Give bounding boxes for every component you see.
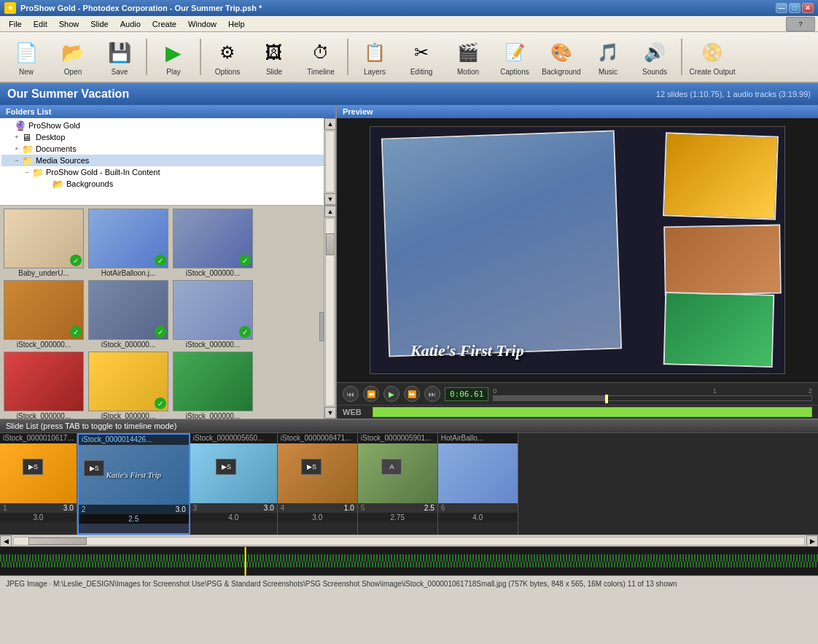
tree-item-proshow-label: ProShow Gold [28,121,80,130]
toolbar-sounds-button[interactable]: 🔊 Sounds [633,34,677,79]
menu-slide[interactable]: Slide [85,18,114,30]
slide-timeline: iStock_0000010617... ▶S 1 3.0 3.0 iStock… [0,432,818,535]
toolbar-background-button[interactable]: 🎨 Background [540,34,583,79]
slide-dur-6: 4.0 [438,513,518,522]
slide-hscrollbar[interactable]: ◀ ▶ [0,535,818,546]
toolbar-play-button[interactable]: ▶ Play [152,34,195,79]
tree-item-proshow[interactable]: 🔮 ProShow Gold [1,120,334,131]
audio-track [0,546,818,575]
check-icon-8: ✓ [155,397,166,409]
toolbar-layers-button[interactable]: 📋 Layers [353,34,397,79]
tree-item-desktop-label: Desktop [36,133,65,141]
thumb-item-4[interactable]: ✓ iStock_000000... [3,280,85,349]
timeline-handle[interactable] [605,395,608,403]
scroll-down-arrow[interactable]: ▼ [324,193,335,205]
slide-trans-dur-1: 3.0 [63,504,74,512]
hscroll-left-arrow[interactable]: ◀ [0,535,12,547]
slide-item-1[interactable]: iStock_0000010617... ▶S 1 3.0 3.0 [0,433,77,535]
tree-item-builtin[interactable]: − 📁 ProShow Gold - Built-In Content [1,166,334,178]
slide-footer-3: 3 3.0 [190,503,277,513]
help-icon[interactable]: ? [786,17,815,31]
thumb-scroll-up[interactable]: ▲ [324,206,335,217]
backgrounds-icon: 📂 [52,179,64,189]
create-output-icon: 📀 [698,38,727,67]
slide-name-5: iStock_0000005901... [358,433,437,443]
slide-number-3: 3 [193,504,198,512]
slide-trans-dur-5: 2.5 [424,504,435,512]
slide-item-4[interactable]: iStock_0000008471... ▶S 4 1.0 3.0 [278,433,358,535]
folders-vscrollbar[interactable]: ▲ ▼ [324,118,335,205]
trans-icon-5: A [381,459,402,475]
expand-icon-builtin: − [22,168,32,176]
expand-icon-desktop: + [12,133,22,141]
thumb-scroll-down[interactable]: ▼ [324,407,335,419]
tree-item-desktop[interactable]: + 🖥 Desktop [1,131,334,143]
forward-button[interactable]: ⏩ [404,386,420,402]
back-button[interactable]: ⏪ [363,386,379,402]
menu-audio[interactable]: Audio [114,18,147,30]
menu-help[interactable]: Help [222,18,251,30]
motion-icon: 🎬 [453,38,483,67]
thumb-item-9[interactable]: iStock_000000... [172,352,254,419]
toolbar-captions-label: Captions [500,68,529,76]
slide-thumb-5: A [358,443,437,503]
toolbar-timeline-button[interactable]: ⏱ Timeline [299,34,343,79]
slide-item-2[interactable]: iStock_0000014426... Katie's First Trip … [77,433,190,535]
slide-item-6[interactable]: HotAirBallo... 6 4.0 [438,433,518,535]
toolbar-save-button[interactable]: 💾 Save [98,34,141,79]
menu-show[interactable]: Show [53,18,85,30]
tree-item-documents[interactable]: + 📁 Documents [1,143,334,155]
rewind-button[interactable]: ⏮ [343,386,359,402]
toolbar-options-button[interactable]: ⚙ Options [206,34,249,79]
minimize-button[interactable]: — [776,3,787,13]
slide-number-4: 4 [281,504,285,512]
thumb-item-8[interactable]: ✓ iStock_000000... [87,352,169,419]
toolbar-create-output-button[interactable]: 📀 Create Output [687,34,738,79]
toolbar-motion-button[interactable]: 🎬 Motion [446,34,490,79]
slide-item-5[interactable]: iStock_0000005901... A 5 2.5 2.75 [358,433,438,535]
thumb-label-9: iStock_000000... [173,412,253,419]
menu-file[interactable]: File [3,18,28,30]
thumb-item-2[interactable]: ✓ HotAirBalloon.j... [87,209,169,277]
scroll-up-arrow[interactable]: ▲ [324,118,335,130]
thumb-item-6[interactable]: ✓ iStock_000000... [172,280,254,349]
trans-icon-1: ▶S [23,459,43,475]
slide-name-2: iStock_0000014426... [79,435,189,445]
end-button[interactable]: ⏭ [424,386,440,402]
save-icon: 💾 [105,38,134,67]
slide-item-3[interactable]: iStock_0000005650... ▶S 3 3.0 4.0 [190,433,278,535]
timeline-icon: ⏱ [306,38,335,67]
thumb-item-5[interactable]: ✓ iStock_000000... [87,280,169,349]
slide-thumb-1: ▶S [0,443,77,503]
menu-window[interactable]: Window [182,18,222,30]
slide-thumb-6 [438,443,518,503]
thumb-item-7[interactable]: iStock_000000... [3,352,85,419]
thumb-item-3[interactable]: ✓ iStock_000000... [172,209,254,277]
maximize-button[interactable]: □ [789,3,801,13]
thumb-img-4: ✓ [4,280,84,340]
toolbar-editing-button[interactable]: ✂ Editing [400,34,443,79]
playback-bar: ⏮ ⏪ ▶ ⏩ ⏭ 0:06.61 0 2 1 [337,382,818,405]
toolbar-music-button[interactable]: 🎵 Music [586,34,630,79]
toolbar-open-button[interactable]: 📂 Open [51,34,95,79]
hscroll-right-arrow[interactable]: ▶ [806,535,818,547]
toolbar-create-output-label: Create Output [690,68,736,76]
timeline-marker-1: 1 [713,387,717,395]
resize-handle[interactable] [319,312,324,341]
toolbar-slide-button[interactable]: 🖼 Slide [252,34,296,79]
toolbar-captions-button[interactable]: 📝 Captions [493,34,537,79]
tree-item-backgrounds[interactable]: 📂 Backgrounds [1,178,334,190]
thumb-item-1[interactable]: ✓ Baby_underU... [3,209,85,277]
thumb-label-7: iStock_000000... [4,412,84,419]
menu-edit[interactable]: Edit [28,18,53,30]
play-button[interactable]: ▶ [383,386,400,402]
menu-bar: File Edit Show Slide Audio Create Window… [0,16,818,32]
timeline-slider[interactable] [493,395,812,401]
hscroll-track[interactable] [13,537,805,546]
menu-create[interactable]: Create [147,18,182,30]
close-button[interactable]: ✕ [802,3,814,13]
tree-item-media-sources[interactable]: − 📁 Media Sources [1,155,334,166]
toolbar-new-button[interactable]: 📄 New [4,34,48,79]
thumb-vscrollbar[interactable]: ▲ ▼ [324,206,335,419]
music-icon: 🎵 [593,38,623,67]
